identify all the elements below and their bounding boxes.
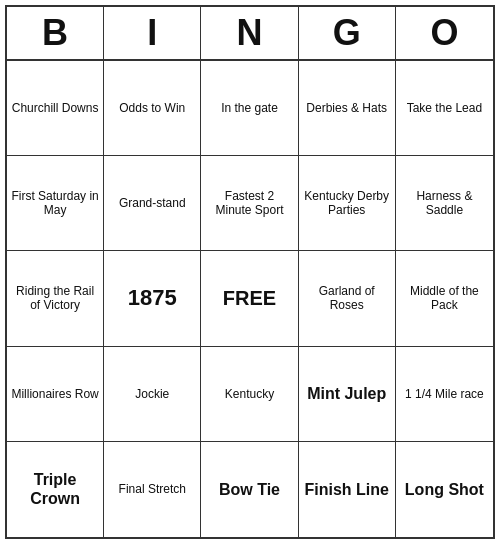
bingo-cell-5: First Saturday in May xyxy=(7,156,104,251)
bingo-cell-23: Finish Line xyxy=(299,442,396,537)
bingo-cell-20: Triple Crown xyxy=(7,442,104,537)
bingo-cell-0: Churchill Downs xyxy=(7,61,104,156)
bingo-letter-i: I xyxy=(104,7,201,59)
bingo-cell-19: 1 1/4 Mile race xyxy=(396,347,493,442)
bingo-cell-6: Grand-stand xyxy=(104,156,201,251)
bingo-cell-16: Jockie xyxy=(104,347,201,442)
bingo-letter-b: B xyxy=(7,7,104,59)
bingo-cell-24: Long Shot xyxy=(396,442,493,537)
bingo-card: BINGO Churchill DownsOdds to WinIn the g… xyxy=(5,5,495,539)
bingo-cell-2: In the gate xyxy=(201,61,298,156)
bingo-letter-o: O xyxy=(396,7,493,59)
bingo-cell-14: Middle of the Pack xyxy=(396,251,493,346)
bingo-cell-12: FREE xyxy=(201,251,298,346)
bingo-cell-11: 1875 xyxy=(104,251,201,346)
bingo-cell-17: Kentucky xyxy=(201,347,298,442)
bingo-cell-4: Take the Lead xyxy=(396,61,493,156)
bingo-cell-18: Mint Julep xyxy=(299,347,396,442)
bingo-cell-21: Final Stretch xyxy=(104,442,201,537)
bingo-cell-8: Kentucky Derby Parties xyxy=(299,156,396,251)
bingo-cell-10: Riding the Rail of Victory xyxy=(7,251,104,346)
bingo-grid: Churchill DownsOdds to WinIn the gateDer… xyxy=(7,61,493,537)
bingo-header: BINGO xyxy=(7,7,493,61)
bingo-cell-7: Fastest 2 Minute Sport xyxy=(201,156,298,251)
bingo-cell-15: Millionaires Row xyxy=(7,347,104,442)
bingo-letter-n: N xyxy=(201,7,298,59)
bingo-cell-22: Bow Tie xyxy=(201,442,298,537)
bingo-cell-9: Harness & Saddle xyxy=(396,156,493,251)
bingo-cell-3: Derbies & Hats xyxy=(299,61,396,156)
bingo-cell-1: Odds to Win xyxy=(104,61,201,156)
bingo-cell-13: Garland of Roses xyxy=(299,251,396,346)
bingo-letter-g: G xyxy=(299,7,396,59)
